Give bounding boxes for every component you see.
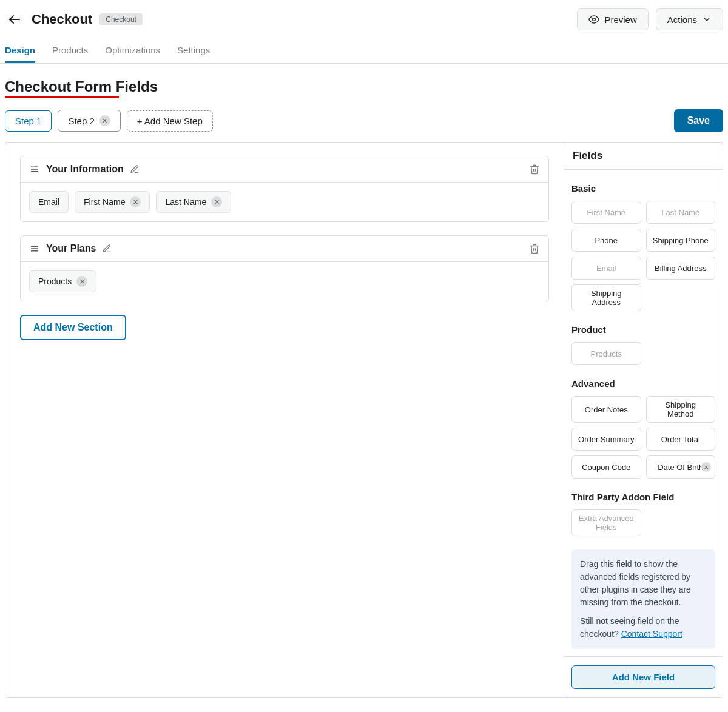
trash-icon[interactable]	[529, 243, 540, 254]
section-your-information: Your Information Email First Name ✕	[20, 156, 549, 222]
svg-point-1	[593, 18, 596, 21]
save-button[interactable]: Save	[674, 109, 723, 132]
actions-label: Actions	[667, 15, 697, 25]
close-icon[interactable]: ✕	[130, 196, 141, 207]
page-heading: Checkout Form Fields	[5, 78, 158, 95]
field-last-name[interactable]: Last Name	[646, 201, 716, 224]
preview-button[interactable]: Preview	[577, 8, 648, 30]
tab-products[interactable]: Products	[52, 39, 88, 63]
add-step-label: + Add New Step	[137, 116, 203, 126]
group-third-party: Extra Advanced Fields	[571, 509, 715, 536]
preview-label: Preview	[604, 15, 636, 25]
edit-icon[interactable]	[130, 164, 140, 174]
field-date-of-birth[interactable]: Date Of Birth ✕	[646, 455, 716, 479]
fields-panel-heading: Fields	[564, 143, 723, 170]
fields-panel-footer: Add New Field	[564, 656, 723, 697]
steps-row: Step 1 Step 2 ✕ + Add New Step	[5, 110, 213, 132]
close-icon[interactable]: ✕	[76, 276, 87, 287]
main-area: Your Information Email First Name ✕	[5, 142, 723, 698]
add-section-button[interactable]: Add New Section	[20, 315, 126, 340]
tab-optimizations[interactable]: Optimizations	[105, 39, 160, 63]
field-chip-email[interactable]: Email	[29, 191, 69, 213]
field-email[interactable]: Email	[571, 257, 641, 280]
field-billing-address[interactable]: Billing Address	[646, 257, 716, 280]
fields-panel: Fields Basic First Name Last Name Phone …	[564, 143, 723, 697]
section-title: Your Plans	[46, 243, 96, 254]
field-label: Date Of Birth	[658, 463, 703, 472]
field-order-notes[interactable]: Order Notes	[571, 396, 641, 423]
field-first-name[interactable]: First Name	[571, 201, 641, 224]
section-head: Your Plans	[21, 236, 548, 262]
add-step-button[interactable]: + Add New Step	[127, 110, 213, 132]
group-advanced: Order Notes Shipping Method Order Summar…	[571, 396, 715, 479]
field-chip-label: Email	[38, 197, 59, 207]
section-head-left: Your Information	[29, 164, 140, 175]
field-coupon-code[interactable]: Coupon Code	[571, 455, 641, 479]
info-note: Drag this field to show the advanced fie…	[571, 549, 715, 649]
page-heading-underline	[5, 96, 119, 98]
header: Checkout Checkout Preview Actions	[0, 0, 728, 39]
field-extra-advanced[interactable]: Extra Advanced Fields	[571, 509, 641, 536]
page-heading-wrap: Checkout Form Fields	[5, 78, 723, 98]
page-title: Checkout	[32, 12, 92, 27]
step-2-pill[interactable]: Step 2 ✕	[58, 110, 120, 132]
step-2-label: Step 2	[68, 116, 94, 126]
field-order-summary[interactable]: Order Summary	[571, 428, 641, 451]
section-head: Your Information	[21, 156, 548, 183]
header-right: Preview Actions	[577, 8, 723, 30]
group-title-basic: Basic	[571, 183, 715, 193]
group-title-product: Product	[571, 324, 715, 335]
close-icon[interactable]: ✕	[701, 462, 711, 472]
field-chip-label: Last Name	[165, 197, 206, 207]
trash-icon[interactable]	[529, 164, 540, 175]
drag-handle-icon[interactable]	[29, 164, 40, 175]
step-1-pill[interactable]: Step 1	[5, 110, 52, 132]
breadcrumb-badge: Checkout	[99, 13, 143, 25]
field-chip-label: Products	[38, 277, 72, 286]
group-product: Products	[571, 342, 715, 365]
field-chip-products[interactable]: Products ✕	[29, 270, 96, 292]
drag-handle-icon[interactable]	[29, 243, 40, 254]
step-1-label: Step 1	[15, 116, 41, 126]
toolbar: Step 1 Step 2 ✕ + Add New Step Save	[0, 109, 728, 132]
group-title-advanced: Advanced	[571, 378, 715, 389]
eye-icon	[588, 14, 599, 25]
back-arrow-icon[interactable]	[5, 10, 24, 29]
contact-support-link[interactable]: Contact Support	[621, 629, 682, 639]
header-left: Checkout Checkout	[5, 10, 143, 29]
close-icon[interactable]: ✕	[211, 196, 222, 207]
close-icon[interactable]: ✕	[99, 115, 110, 126]
tabs: Design Products Optimizations Settings	[0, 39, 728, 64]
section-body: Products ✕	[21, 262, 548, 301]
section-title: Your Information	[46, 164, 124, 175]
actions-button[interactable]: Actions	[656, 8, 723, 30]
section-body: Email First Name ✕ Last Name ✕	[21, 183, 548, 221]
field-order-total[interactable]: Order Total	[646, 428, 716, 451]
section-your-plans: Your Plans Products ✕	[20, 235, 549, 301]
chevron-down-icon	[702, 15, 712, 24]
field-shipping-method[interactable]: Shipping Method	[646, 396, 716, 423]
info-note-text1: Drag this field to show the advanced fie…	[580, 558, 707, 609]
section-head-left: Your Plans	[29, 243, 112, 254]
tab-settings[interactable]: Settings	[177, 39, 210, 63]
group-title-third-party: Third Party Addon Field	[571, 492, 715, 502]
info-note-text2-wrap: Still not seeing field on the checkout? …	[580, 615, 707, 640]
field-products[interactable]: Products	[571, 342, 641, 365]
add-field-button[interactable]: Add New Field	[571, 665, 715, 689]
field-shipping-address[interactable]: Shipping Address	[571, 284, 641, 311]
field-chip-first-name[interactable]: First Name ✕	[75, 191, 150, 213]
field-chip-label: First Name	[84, 197, 125, 207]
field-chip-last-name[interactable]: Last Name ✕	[156, 191, 231, 213]
group-basic: First Name Last Name Phone Shipping Phon…	[571, 201, 715, 311]
left-panel: Your Information Email First Name ✕	[5, 143, 564, 697]
tab-design[interactable]: Design	[5, 39, 35, 63]
field-phone[interactable]: Phone	[571, 229, 641, 252]
field-shipping-phone[interactable]: Shipping Phone	[646, 229, 716, 252]
fields-panel-body: Basic First Name Last Name Phone Shippin…	[564, 170, 723, 656]
edit-icon[interactable]	[102, 244, 112, 254]
